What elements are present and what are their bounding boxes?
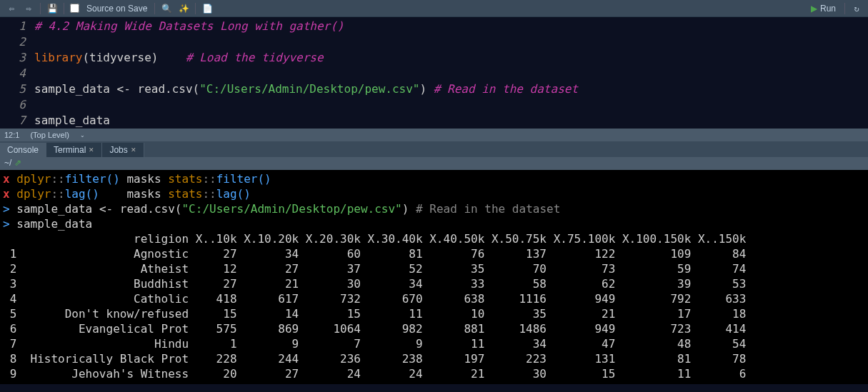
scope-selector[interactable]: (Top Level): [26, 130, 72, 140]
back-icon[interactable]: ⇦: [4, 2, 19, 15]
notebook-icon[interactable]: 📄: [200, 2, 214, 15]
cursor-position: 12:1: [4, 131, 19, 139]
forward-icon[interactable]: ⇨: [21, 2, 36, 15]
rerun-icon[interactable]: ↻: [849, 2, 864, 15]
editor-toolbar: ⇦ ⇨ 💾 Source on Save 🔍 ✨ 📄 ▶ Run ↻: [0, 0, 868, 17]
close-icon[interactable]: ✕: [89, 146, 94, 154]
source-on-save-checkbox[interactable]: [70, 4, 79, 13]
editor-statusbar: 12:1 (Top Level) ⌄: [0, 129, 868, 141]
find-icon[interactable]: 🔍: [159, 2, 174, 15]
run-button[interactable]: ▶ Run: [807, 4, 840, 14]
tab-console[interactable]: Console: [0, 143, 46, 157]
source-on-save-label: Source on Save: [84, 4, 150, 14]
console-output[interactable]: x dplyr::filter() masks stats::filter() …: [0, 170, 868, 384]
tab-jobs[interactable]: Jobs✕: [102, 143, 144, 157]
line-gutter: 1234567: [0, 17, 34, 129]
console-working-dir: ~/ ⇗: [0, 157, 868, 170]
save-icon[interactable]: 💾: [45, 2, 59, 15]
wand-icon[interactable]: ✨: [176, 2, 191, 15]
code-editor[interactable]: 1234567 # 4.2 Making Wide Datasets Long …: [0, 17, 868, 129]
code-area[interactable]: # 4.2 Making Wide Datasets Long with gat…: [34, 17, 868, 129]
bottom-tabbar: Console Terminal✕ Jobs✕: [0, 141, 868, 157]
run-label: Run: [820, 4, 836, 14]
close-icon[interactable]: ✕: [131, 146, 136, 154]
run-arrow-icon: ▶: [811, 4, 817, 14]
tab-terminal[interactable]: Terminal✕: [46, 143, 102, 157]
